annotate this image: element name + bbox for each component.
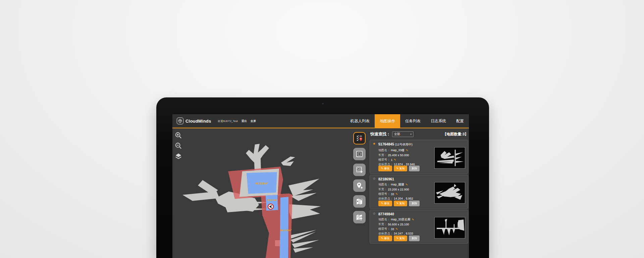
star-empty-icon[interactable]: ☆ xyxy=(373,212,376,215)
app-screen: CloudMinds 欢迎BJDT2_Test 退出 全屏 机器人列表 地图操作… xyxy=(172,114,469,258)
area-label-corridor: 80.215m² xyxy=(280,229,292,232)
nav-item-robot-list[interactable]: 机器人列表 xyxy=(345,114,375,128)
pencil-icon: ✎ xyxy=(381,237,383,240)
nav-item-map-operations[interactable]: 地图操作 xyxy=(375,114,400,128)
field-label: 长宽： xyxy=(378,187,387,191)
delete-button[interactable]: 删除 xyxy=(409,166,420,171)
field-label: 地图名： xyxy=(378,148,390,153)
pencil-icon: ✎ xyxy=(396,237,399,240)
field-label: 长宽： xyxy=(378,222,387,226)
quick-find-selected-option: 全部 xyxy=(394,132,400,136)
map-id: 51764845 xyxy=(378,142,394,146)
quick-find-row: 快速查找： 全部 ▾ 【地图数量:3】 xyxy=(370,131,468,137)
field-label: 长宽： xyxy=(378,153,387,157)
tool-task-pin-button[interactable] xyxy=(353,132,366,144)
welcome-area: 欢迎BJDT2_Test 退出 全屏 xyxy=(218,119,256,123)
modify-button[interactable]: ✎修改 xyxy=(378,166,392,171)
field-label: 楼层号： xyxy=(378,192,390,196)
map-card[interactable]: ★ 51764845 (12号使用中) 地图名：map_33楼✎ 长宽：25.4… xyxy=(370,140,468,174)
field-value: 33 xyxy=(391,227,394,231)
edit-pencil-icon[interactable]: ✎ xyxy=(406,149,409,152)
area-label-room2: 8.614m² xyxy=(267,199,277,202)
map-upload-arrow-icon xyxy=(356,213,363,221)
map-card[interactable]: ☆ 87749840 地图名：map_33层走廊✎ 长宽：56.600 x 25… xyxy=(370,210,468,244)
brand-cube-icon xyxy=(177,118,183,124)
laptop-frame: CloudMinds 欢迎BJDT2_Test 退出 全屏 机器人列表 地图操作… xyxy=(156,97,489,258)
map-thumbnail xyxy=(434,217,465,239)
copy-button[interactable]: ✎复制 xyxy=(394,235,408,241)
fullscreen-link[interactable]: 全屏 xyxy=(251,119,256,123)
field-value: 23.200 x 22.900 xyxy=(388,188,409,191)
edit-pencil-icon[interactable]: ✎ xyxy=(394,158,396,162)
brand-name: CloudMinds xyxy=(185,119,211,124)
modify-button[interactable]: ✎修改 xyxy=(378,235,392,241)
map-id: 87749840 xyxy=(378,212,394,216)
field-value: 56.600 x 25.100 xyxy=(388,223,409,226)
modify-button[interactable]: ✎修改 xyxy=(378,201,392,206)
field-value: map_腿腿 xyxy=(391,183,404,187)
map-card-actions: ✎修改 ✎复制 删除 xyxy=(378,201,420,206)
copy-button[interactable]: ✎复制 xyxy=(394,201,408,206)
webcam-dot xyxy=(322,103,324,104)
robot-marker[interactable] xyxy=(268,204,273,209)
edit-pencil-icon[interactable]: ✎ xyxy=(395,227,398,231)
map-list-panel: 快速查找： 全部 ▾ 【地图数量:3】 ★ 51764845 (12号使用中) … xyxy=(370,129,469,258)
zoom-in-button[interactable] xyxy=(175,132,182,139)
area-label-room1: 40.519m² xyxy=(255,182,268,185)
map-card-list: ★ 51764845 (12号使用中) 地图名：map_33楼✎ 长宽：25.4… xyxy=(370,140,468,244)
nav-item-config[interactable]: 配置 xyxy=(451,114,469,128)
quick-find-label: 快速查找： xyxy=(370,131,390,137)
map-status: (12号使用中) xyxy=(395,143,413,146)
field-value: 1 xyxy=(391,158,392,162)
delete-button[interactable]: 删除 xyxy=(409,201,420,206)
field-label: 楼层号： xyxy=(378,227,390,231)
tool-add-region-button[interactable] xyxy=(353,164,366,176)
tool-add-point-button[interactable] xyxy=(353,179,366,192)
layers-button[interactable] xyxy=(175,153,182,160)
map-thumbnail xyxy=(434,182,465,204)
star-empty-icon[interactable]: ☆ xyxy=(373,177,376,180)
map-zoom-tools xyxy=(175,132,182,160)
tool-map-select-button[interactable] xyxy=(353,148,366,160)
map-id: 82186961 xyxy=(378,177,394,181)
selection-ruler-icon xyxy=(356,150,363,158)
tool-map-marker-button[interactable] xyxy=(353,195,366,208)
field-label: 地图名： xyxy=(378,218,390,222)
map-card[interactable]: ☆ 82186961 地图名：map_腿腿✎ 长宽：23.200 x 22.90… xyxy=(370,175,468,209)
floor-map[interactable]: 40.519m² 8.614m² 80.215m² xyxy=(172,129,360,258)
pencil-icon: ✎ xyxy=(396,167,399,170)
copy-button[interactable]: ✎复制 xyxy=(394,166,408,171)
map-thumbnail xyxy=(434,147,465,169)
nav-item-task-list[interactable]: 任务列表 xyxy=(400,114,426,128)
pin-plus-icon xyxy=(356,182,363,189)
field-label: 地图名： xyxy=(378,183,390,187)
field-value: 33 xyxy=(391,192,394,196)
map-card-title: 87749840 xyxy=(378,212,465,216)
field-value: map_33层走廊 xyxy=(391,218,410,222)
brand-logo: CloudMinds xyxy=(177,118,211,124)
folded-map-pin-icon xyxy=(356,198,363,205)
map-card-title: 82186961 xyxy=(378,177,465,181)
pencil-icon: ✎ xyxy=(381,202,383,205)
map-card-title: 51764845 (12号使用中) xyxy=(378,142,465,147)
edit-pencil-icon[interactable]: ✎ xyxy=(412,218,414,221)
checklist-pin-icon xyxy=(356,134,363,142)
star-filled-icon[interactable]: ★ xyxy=(373,142,376,145)
zoom-out-button[interactable] xyxy=(175,142,182,149)
pencil-icon: ✎ xyxy=(381,167,383,170)
delete-button[interactable]: 删除 xyxy=(409,235,420,241)
hatched-region-plus-icon xyxy=(356,166,363,174)
quick-find-select[interactable]: 全部 ▾ xyxy=(392,131,414,137)
map-card-actions: ✎修改 ✎复制 删除 xyxy=(378,235,420,241)
nav-item-log-system[interactable]: 日志系统 xyxy=(426,114,451,128)
edit-pencil-icon[interactable]: ✎ xyxy=(406,183,408,186)
map-count-badge: 【地图数量:3】 xyxy=(443,132,468,137)
tool-map-upload-button[interactable] xyxy=(353,211,366,223)
logout-link[interactable]: 退出 xyxy=(241,119,247,123)
main-nav: 机器人列表 地图操作 任务列表 日志系统 配置 xyxy=(345,114,469,128)
side-toolbar xyxy=(353,132,366,223)
edit-pencil-icon[interactable]: ✎ xyxy=(395,192,398,196)
field-label: 楼层号： xyxy=(378,158,390,162)
field-value: 25.400 x 50.000 xyxy=(388,154,409,157)
pencil-icon: ✎ xyxy=(396,202,399,205)
